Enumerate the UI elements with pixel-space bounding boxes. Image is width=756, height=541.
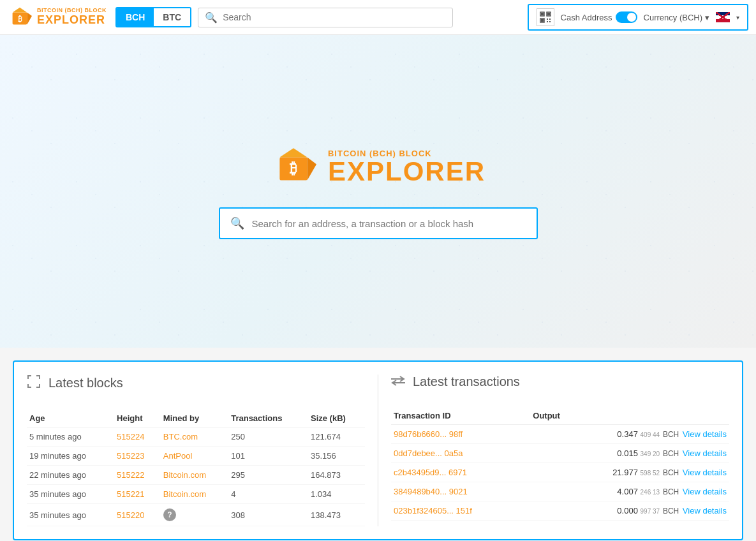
hero-logo-text: BITCOIN (BCH) BLOCK EXPLORER — [328, 149, 485, 185]
col-output: Output — [530, 407, 729, 425]
block-size: 138.473 — [308, 504, 365, 526]
table-row: 3849489b40... 9021 4.007 246 13 BCH View… — [391, 482, 729, 501]
block-age: 22 minutes ago — [27, 466, 114, 485]
svg-rect-11 — [549, 19, 551, 20]
block-transactions: 295 — [228, 466, 308, 485]
block-miner: AntPool — [161, 447, 228, 466]
svg-rect-12 — [547, 21, 548, 22]
table-row: 5 minutes ago 515224 BTC.com 250 121.674 — [27, 427, 365, 447]
latest-blocks-panel: Latest blocks Age Height Mined by Transa… — [27, 374, 365, 526]
tx-id: 3849489b40... 9021 — [391, 482, 530, 501]
block-transactions: 101 — [228, 447, 308, 466]
block-age: 35 minutes ago — [27, 485, 114, 504]
hero-logo: ₿ BITCOIN (BCH) BLOCK EXPLORER — [271, 144, 485, 189]
coin-tab-btc[interactable]: BTC — [154, 8, 190, 26]
svg-text:₿: ₿ — [18, 15, 22, 24]
navbar: ₿ BITCOIN (BCH) BLOCK EXPLORER BCH BTC 🔍 — [0, 0, 756, 35]
block-miner: BTC.com — [161, 427, 228, 447]
cash-address-label: Cash Address — [561, 13, 612, 22]
expand-icon — [27, 374, 41, 392]
view-details-link[interactable]: View details — [683, 448, 727, 458]
block-transactions: 308 — [228, 504, 308, 526]
latest-transactions-title: Latest transactions — [413, 374, 520, 389]
cash-address-toggle-switch[interactable] — [616, 11, 637, 23]
tx-id: 023b1f324605... 151f — [391, 501, 530, 521]
table-row: c2b43495d9... 6971 21.977 598 52 BCH Vie… — [391, 463, 729, 482]
block-size: 35.156 — [308, 447, 365, 466]
tx-output: 21.977 598 52 BCH View details — [530, 463, 729, 482]
col-mined-by: Mined by — [161, 410, 228, 427]
coin-tabs: BCH BTC — [115, 7, 191, 27]
table-row: 35 minutes ago 515220 ? 308 138.473 — [27, 504, 365, 526]
hero-search-input[interactable] — [252, 218, 526, 229]
latest-transactions-panel: Latest transactions Transaction ID Outpu… — [391, 374, 729, 526]
nav-right: Cash Address Currency (BCH) ▾ ▾ — [528, 4, 748, 31]
col-height: Height — [114, 410, 161, 427]
panels-wrapper: Latest blocks Age Height Mined by Transa… — [13, 360, 743, 540]
block-transactions: 250 — [228, 427, 308, 447]
latest-blocks-header: Latest blocks — [27, 374, 365, 397]
hero-search-icon: 🔍 — [230, 216, 244, 230]
view-details-link[interactable]: View details — [683, 468, 727, 477]
tx-output: 4.007 246 13 BCH View details — [530, 482, 729, 501]
block-age: 19 minutes ago — [27, 447, 114, 466]
bottom-section: Latest blocks Age Height Mined by Transa… — [0, 348, 756, 541]
block-miner: ? — [161, 504, 228, 526]
svg-text:₿: ₿ — [290, 160, 297, 177]
table-row: 023b1f324605... 151f 0.000 997 37 BCH Vi… — [391, 501, 729, 521]
logo-icon: ₿ — [8, 5, 32, 29]
block-miner: Bitcoin.com — [161, 466, 228, 485]
hero-search-bar: 🔍 — [219, 207, 538, 239]
block-miner: Bitcoin.com — [161, 485, 228, 504]
flag-dropdown-arrow: ▾ — [736, 14, 739, 21]
navbar-logo[interactable]: ₿ BITCOIN (BCH) BLOCK EXPLORER — [8, 5, 107, 29]
panel-divider — [378, 374, 378, 526]
block-height: 515224 — [114, 427, 161, 447]
qr-icon[interactable] — [537, 8, 554, 26]
cash-address-toggle: Cash Address — [561, 11, 637, 23]
block-size: 121.674 — [308, 427, 365, 447]
hero-section: ₿ BITCOIN (BCH) BLOCK EXPLORER 🔍 — [0, 35, 756, 348]
hero-content: ₿ BITCOIN (BCH) BLOCK EXPLORER 🔍 — [219, 144, 538, 239]
svg-marker-15 — [279, 148, 307, 157]
table-row: 98d76b6660... 98ff 0.347 409 44 BCH View… — [391, 425, 729, 444]
block-height: 515221 — [114, 485, 161, 504]
tx-id: 0dd7debee... 0a5a — [391, 444, 530, 463]
svg-marker-1 — [13, 8, 27, 13]
svg-marker-2 — [27, 12, 32, 24]
tx-output: 0.347 409 44 BCH View details — [530, 425, 729, 444]
tx-output: 0.000 997 37 BCH View details — [530, 501, 729, 521]
latest-blocks-table: Age Height Mined by Transactions Size (k… — [27, 410, 365, 526]
view-details-link[interactable]: View details — [683, 506, 727, 515]
latest-transactions-table: Transaction ID Output 98d76b6660... 98ff… — [391, 407, 729, 521]
col-transactions: Transactions — [228, 410, 308, 427]
svg-rect-7 — [547, 13, 550, 15]
svg-rect-10 — [547, 19, 548, 20]
table-row: 35 minutes ago 515221 Bitcoin.com 4 1.03… — [27, 485, 365, 504]
unknown-miner-icon: ? — [163, 508, 176, 521]
block-age: 5 minutes ago — [27, 427, 114, 447]
table-row: 0dd7debee... 0a5a 0.015 349 20 BCH View … — [391, 444, 729, 463]
col-tx-id: Transaction ID — [391, 407, 530, 425]
tx-id: c2b43495d9... 6971 — [391, 463, 530, 482]
svg-marker-16 — [308, 158, 316, 181]
table-row: 22 minutes ago 515222 Bitcoin.com 295 16… — [27, 466, 365, 485]
table-row: 19 minutes ago 515223 AntPool 101 35.156 — [27, 447, 365, 466]
navbar-logo-text: BITCOIN (BCH) BLOCK EXPLORER — [37, 8, 107, 27]
block-size: 164.873 — [308, 466, 365, 485]
navbar-search-input[interactable] — [223, 12, 446, 22]
latest-transactions-header: Latest transactions — [391, 374, 729, 394]
block-age: 35 minutes ago — [27, 504, 114, 526]
flag-icon[interactable] — [716, 12, 730, 22]
latest-blocks-title: Latest blocks — [48, 376, 123, 390]
block-height: 515223 — [114, 447, 161, 466]
tx-id: 98d76b6660... 98ff — [391, 425, 530, 444]
coin-tab-bch[interactable]: BCH — [117, 8, 154, 26]
view-details-link[interactable]: View details — [683, 429, 727, 439]
navbar-search-bar: 🔍 — [198, 8, 453, 27]
view-details-link[interactable]: View details — [683, 487, 727, 496]
currency-button[interactable]: Currency (BCH) ▾ — [644, 13, 709, 22]
search-icon: 🔍 — [205, 11, 218, 24]
block-size: 1.034 — [308, 485, 365, 504]
col-size: Size (kB) — [308, 410, 365, 427]
